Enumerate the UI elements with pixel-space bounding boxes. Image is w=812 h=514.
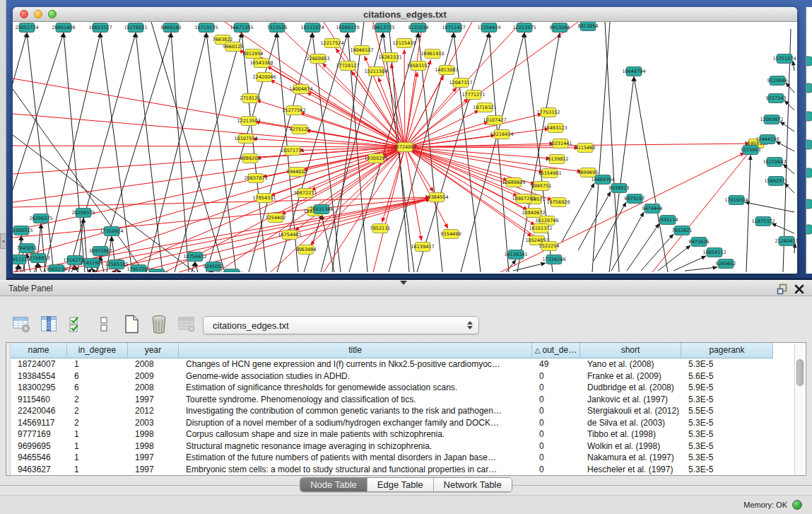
black-edge[interactable] — [97, 33, 171, 273]
table-cell[interactable]: 0 — [532, 370, 580, 382]
table-cell[interactable]: 2012 — [128, 405, 179, 417]
table-cell[interactable]: Tibbo et al. (1998) — [580, 428, 681, 440]
graph-node[interactable]: 9245652 — [716, 259, 736, 269]
graph-node[interactable]: 8938923 — [609, 184, 630, 193]
graph-node[interactable] — [806, 225, 812, 234]
table-row[interactable]: 2242004622012Investigating the contribut… — [6, 405, 806, 417]
table-cell[interactable]: Franke et al. (2009) — [580, 370, 681, 382]
graph-node[interactable]: 30975887 — [88, 247, 112, 256]
graph-node[interactable]: 17728127 — [336, 62, 359, 71]
table-cell[interactable]: 2 — [67, 405, 128, 417]
table-cell[interactable]: Yano et al. (2008) — [580, 358, 681, 370]
table-cell[interactable]: Estimation of the future numbers of pati… — [179, 452, 532, 464]
graph-node[interactable]: 9227343 — [766, 94, 787, 103]
graph-node[interactable]: 19613725 — [371, 23, 394, 33]
red-edge[interactable] — [13, 198, 430, 238]
column-header-pagerank[interactable]: pagerank — [681, 343, 773, 358]
graph-node[interactable]: 9115460 — [575, 144, 596, 153]
table-cell[interactable]: 2003 — [128, 417, 179, 429]
graph-node[interactable]: 4275125 — [290, 125, 310, 134]
graph-node[interactable]: 7852131 — [370, 224, 391, 233]
graph-node[interactable]: 17334246 — [542, 255, 565, 264]
table-row[interactable]: 1872400712008Changes of HCN gene express… — [6, 358, 806, 370]
column-visibility-button[interactable] — [37, 311, 60, 337]
table-cell[interactable]: Jankovic et al. (1997) — [580, 394, 681, 406]
table-row[interactable]: 1938455462009Genome-wide association stu… — [6, 370, 806, 382]
red-edge[interactable] — [405, 60, 430, 147]
graph-node[interactable]: 18131074 — [300, 23, 324, 33]
table-cell[interactable]: 9115460 — [11, 394, 67, 406]
black-edge[interactable] — [171, 33, 189, 273]
red-edge[interactable] — [94, 199, 430, 272]
table-cell[interactable]: 1997 — [128, 394, 179, 406]
table-cell[interactable]: 1 — [67, 452, 128, 464]
red-edge[interactable] — [310, 147, 405, 245]
graph-node[interactable]: 19384554 — [425, 193, 448, 202]
table-cell[interactable]: Investigating the contribution of common… — [179, 405, 532, 417]
graph-node[interactable]: 11254419 — [477, 23, 500, 33]
table-cell[interactable]: 0 — [532, 405, 580, 417]
graph-node[interactable]: 16543388 — [249, 59, 273, 68]
graph-node[interactable]: 10711427 — [442, 23, 465, 33]
graph-node[interactable]: 20571731 — [281, 146, 304, 156]
black-edge[interactable] — [776, 141, 794, 151]
black-edge[interactable] — [88, 269, 92, 273]
graph-node[interactable]: 9474444 — [642, 204, 663, 214]
close-icon[interactable] — [794, 284, 805, 295]
red-edge[interactable] — [13, 114, 405, 147]
column-header-title[interactable]: title — [179, 343, 532, 358]
table-cell[interactable]: Disruption of a novel member of a sodium… — [179, 417, 532, 429]
graph-node[interactable]: 16261531 — [378, 53, 401, 62]
black-edge[interactable] — [151, 22, 225, 272]
minimize-window-button[interactable] — [34, 10, 42, 18]
graph-node[interactable]: 3215953 — [741, 146, 761, 155]
graph-node[interactable]: 9129946 — [767, 76, 788, 86]
graph-node[interactable]: 21277562 — [282, 106, 305, 115]
graph-node[interactable]: 22420046 — [252, 73, 276, 82]
graph-node[interactable]: 12213975 — [512, 23, 536, 33]
red-edge[interactable] — [373, 147, 405, 272]
graph-node[interactable]: 10231441 — [548, 139, 572, 148]
graph-node[interactable] — [806, 199, 812, 209]
vertical-scrollbar[interactable] — [794, 344, 805, 476]
black-edge[interactable] — [685, 267, 717, 271]
graph-node[interactable]: 19756928 — [546, 198, 570, 207]
table-cell[interactable]: 2009 — [128, 370, 179, 382]
table-cell[interactable]: 5.3E-5 — [681, 464, 773, 476]
delete-rows-button[interactable] — [148, 311, 170, 337]
graph-node[interactable]: 20206575 — [71, 209, 95, 218]
graph-node[interactable]: 8944022 — [287, 168, 307, 177]
graph-node[interactable]: 20637871 — [244, 174, 267, 183]
black-edge[interactable] — [489, 33, 509, 273]
table-cell[interactable]: 9777169 — [11, 428, 67, 440]
table-cell[interactable]: Tourette syndrome. Phenomenology and cla… — [179, 394, 532, 406]
table-cell[interactable]: Estimation of significance thresholds fo… — [179, 382, 532, 394]
new-table-button[interactable] — [120, 311, 143, 337]
table-cell[interactable]: 1997 — [128, 452, 179, 464]
delete-table-button[interactable] — [175, 311, 198, 337]
table-cell[interactable]: 5.6E-5 — [681, 370, 773, 382]
red-edge[interactable] — [405, 114, 542, 147]
black-edge[interactable] — [100, 33, 132, 273]
black-edge[interactable] — [772, 223, 794, 233]
panel-collapse-handle[interactable]: ◂ — [0, 233, 6, 249]
red-edge[interactable] — [351, 71, 405, 147]
table-cell[interactable]: 5.3E-5 — [681, 428, 773, 440]
network-canvas[interactable]: 2305572420691406106535271527602184661601… — [13, 22, 797, 272]
black-edge[interactable] — [784, 100, 794, 110]
table-cell[interactable]: 19384554 — [11, 370, 67, 382]
zoom-window-button[interactable] — [48, 10, 57, 18]
red-edge[interactable] — [13, 146, 405, 147]
table-row[interactable]: 946362711997Embryonic stem cells: a mode… — [6, 464, 806, 476]
table-cell[interactable]: Stergiakouli et al. (2012) — [580, 405, 681, 417]
graph-node[interactable]: 2935114 — [658, 216, 678, 225]
black-edge[interactable] — [69, 33, 136, 273]
table-row[interactable]: 946554611997Estimation of the future num… — [6, 452, 806, 464]
table-cell[interactable]: 5.3E-5 — [681, 358, 773, 370]
graph-node[interactable]: 23055724 — [15, 23, 38, 33]
tab-edge-table[interactable]: Edge Table — [367, 478, 434, 491]
graph-node[interactable] — [806, 112, 812, 121]
black-edge[interactable] — [786, 83, 794, 93]
black-edge[interactable] — [783, 164, 794, 174]
graph-node[interactable]: 15751074 — [772, 54, 796, 64]
